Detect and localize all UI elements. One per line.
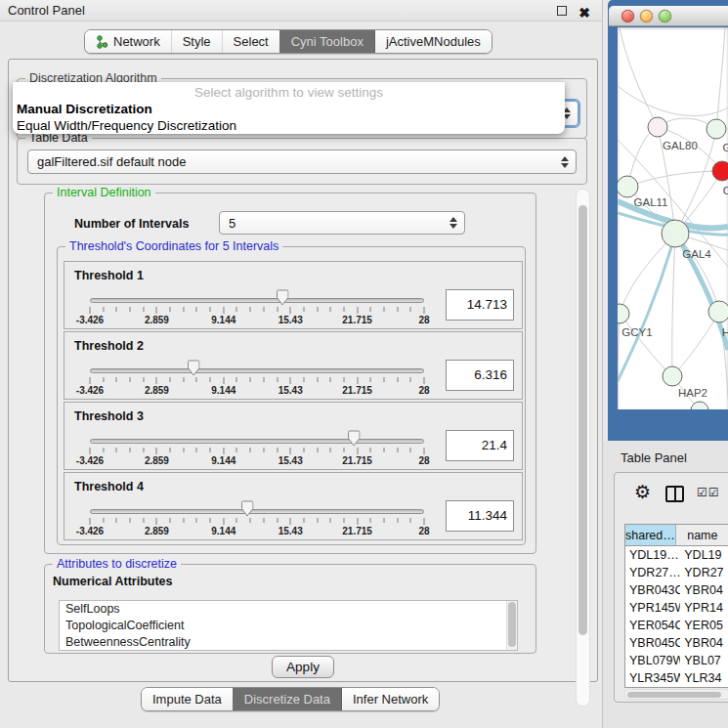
- algorithm-dropdown-popup: Select algorithm to view settings Manual…: [13, 82, 565, 134]
- network-node[interactable]: [663, 366, 682, 386]
- threshold-slider-thumb[interactable]: [188, 360, 200, 376]
- threshold-value-field[interactable]: 21.4: [446, 430, 514, 461]
- tab-impute-data[interactable]: Impute Data: [142, 688, 233, 710]
- split-columns-icon[interactable]: [665, 486, 684, 502]
- threshold-value-field[interactable]: 6.316: [446, 360, 514, 391]
- tab-style[interactable]: Style: [171, 30, 222, 53]
- table-horizontal-scrollbar[interactable]: [624, 689, 728, 700]
- network-node[interactable]: [618, 304, 629, 323]
- cell-name[interactable]: YBR04: [680, 581, 728, 599]
- tab-infer-network[interactable]: Infer Network: [341, 688, 439, 710]
- cell-name[interactable]: YPR14: [680, 599, 728, 617]
- dropdown-option-equal-width[interactable]: Equal Width/Frequency Discretization: [13, 117, 565, 134]
- column-header-name[interactable]: name: [676, 525, 728, 545]
- network-node-label: GAL80: [663, 140, 698, 151]
- column-header-shared-name[interactable]: shared…: [625, 525, 676, 545]
- table-row[interactable]: YDR27…YDR27: [625, 564, 728, 581]
- control-panel-titlebar: Control Panel ✖: [0, 0, 602, 21]
- table-row[interactable]: YER054CYER05: [625, 617, 728, 634]
- threshold-value-field[interactable]: 11.344: [446, 500, 514, 532]
- network-node[interactable]: [707, 119, 726, 139]
- num-intervals-value: 5: [229, 216, 236, 231]
- table-row[interactable]: YBR043CYBR04: [625, 581, 728, 599]
- network-icon: [96, 35, 108, 49]
- cell-name[interactable]: YLR34: [680, 669, 728, 687]
- table-body: YDL19…YDL19YDR27…YDR27YBR043CYBR04YPR145…: [625, 546, 728, 688]
- network-canvas[interactable]: GAL80GCGAL11GAL4GCY1HHAP2: [618, 27, 728, 409]
- table-row[interactable]: YBL079WYBL07: [625, 652, 728, 669]
- tab-network[interactable]: Network: [85, 30, 171, 53]
- content-scrollbar[interactable]: [576, 189, 590, 707]
- network-node[interactable]: [662, 220, 689, 247]
- table-data-combo[interactable]: galFiltered.sif default node: [27, 150, 577, 174]
- threshold-slider-track[interactable]: [90, 509, 424, 514]
- apply-button[interactable]: Apply: [272, 656, 334, 678]
- table-row[interactable]: YLR345WYLR34: [625, 669, 728, 687]
- table-header-row: shared… name: [625, 525, 728, 546]
- cell-name[interactable]: YBR04: [680, 634, 728, 652]
- cell-shared-name[interactable]: YBL079W: [625, 652, 680, 669]
- network-node[interactable]: [708, 301, 728, 322]
- cell-name[interactable]: YDL19: [680, 546, 728, 564]
- dropdown-option-manual[interactable]: Manual Discretization: [13, 101, 565, 117]
- table-subpanel: ⚙ ☑☑ shared… name YDL19…YDL19YDR27…YDR27…: [614, 472, 728, 703]
- tab-select[interactable]: Select: [222, 30, 279, 53]
- network-node[interactable]: [712, 161, 728, 181]
- network-window-titlebar[interactable]: [609, 6, 728, 26]
- cell-name[interactable]: YIL05: [680, 687, 728, 688]
- tab-discretize-data[interactable]: Discretize Data: [233, 688, 341, 710]
- cell-shared-name[interactable]: YDR27…: [625, 564, 680, 581]
- scrollbar-thumb[interactable]: [578, 205, 587, 635]
- bottom-tabbar: Impute Data Discretize Data Infer Networ…: [141, 687, 440, 711]
- zoom-traffic-light-icon[interactable]: [659, 10, 671, 22]
- attributes-list-scrollbar[interactable]: [506, 601, 517, 650]
- cell-shared-name[interactable]: YBR043C: [625, 581, 680, 599]
- tab-jactivemnodules[interactable]: jActiveMNodules: [374, 30, 492, 53]
- numerical-attributes-label: Numerical Attributes: [53, 575, 172, 588]
- threshold-value-field[interactable]: 14.713: [446, 289, 514, 321]
- list-item[interactable]: TopologicalCoefficient: [60, 618, 517, 634]
- control-panel-window: Control Panel ✖ Network Style Select Cyn…: [0, 0, 603, 728]
- cell-shared-name[interactable]: YLR345W: [625, 669, 680, 687]
- control-panel-tabbar: Network Style Select Cyni Toolbox jActiv…: [84, 29, 492, 54]
- network-node[interactable]: [618, 176, 638, 197]
- dropdown-placeholder-option[interactable]: Select algorithm to view settings: [13, 84, 565, 101]
- close-traffic-light-icon[interactable]: [621, 10, 634, 22]
- threshold-slider-thumb[interactable]: [240, 500, 253, 517]
- cell-shared-name[interactable]: YBR045C: [625, 634, 680, 652]
- threshold-panel: Threshold 1 -3.426 2.859 9.144 15.43 21: [64, 261, 523, 329]
- num-intervals-combo[interactable]: 5: [219, 211, 465, 235]
- tab-label: Network: [113, 34, 160, 49]
- threshold-slider-thumb[interactable]: [348, 430, 361, 447]
- cell-name[interactable]: YDR27: [680, 564, 728, 581]
- table-row[interactable]: YPR145WYPR14: [625, 599, 728, 617]
- network-node[interactable]: [648, 117, 667, 137]
- threshold-slider-thumb[interactable]: [277, 289, 289, 306]
- cell-shared-name[interactable]: YIL052C: [625, 687, 680, 688]
- float-window-icon[interactable]: [557, 6, 567, 16]
- threshold-slider-track[interactable]: [90, 368, 424, 373]
- list-item[interactable]: BetweennessCentrality: [60, 634, 517, 651]
- table-row[interactable]: YDL19…YDL19: [625, 546, 728, 564]
- list-item[interactable]: SelfLoops: [60, 601, 517, 618]
- close-icon[interactable]: ✖: [578, 2, 590, 23]
- table-row[interactable]: YBR045CYBR04: [625, 634, 728, 652]
- cell-shared-name[interactable]: YDL19…: [625, 546, 680, 564]
- node-table[interactable]: shared… name YDL19…YDL19YDR27…YDR27YBR04…: [624, 524, 728, 688]
- cell-shared-name[interactable]: YPR145W: [625, 599, 680, 617]
- minimize-traffic-light-icon[interactable]: [640, 10, 653, 22]
- scrollbar-thumb[interactable]: [627, 692, 721, 698]
- tab-cyni-toolbox[interactable]: Cyni Toolbox: [279, 30, 374, 53]
- threshold-panel: Threshold 2 -3.426 2.859 9.144 15.43 21: [64, 331, 523, 400]
- cell-name[interactable]: YBL07: [680, 652, 728, 669]
- numerical-attributes-list[interactable]: SelfLoops TopologicalCoefficient Between…: [59, 600, 518, 651]
- table-row[interactable]: YIL052CYIL05: [625, 687, 728, 688]
- threshold-slider-track[interactable]: [90, 439, 424, 444]
- threshold-slider-track[interactable]: [90, 298, 424, 303]
- tab-label: Discretize Data: [244, 692, 330, 707]
- gear-icon[interactable]: ⚙: [634, 481, 651, 502]
- checkboxes-icon[interactable]: ☑☑: [697, 486, 720, 499]
- slider-ticks: [90, 307, 424, 314]
- cell-shared-name[interactable]: YER054C: [625, 617, 680, 634]
- cell-name[interactable]: YER05: [680, 617, 728, 634]
